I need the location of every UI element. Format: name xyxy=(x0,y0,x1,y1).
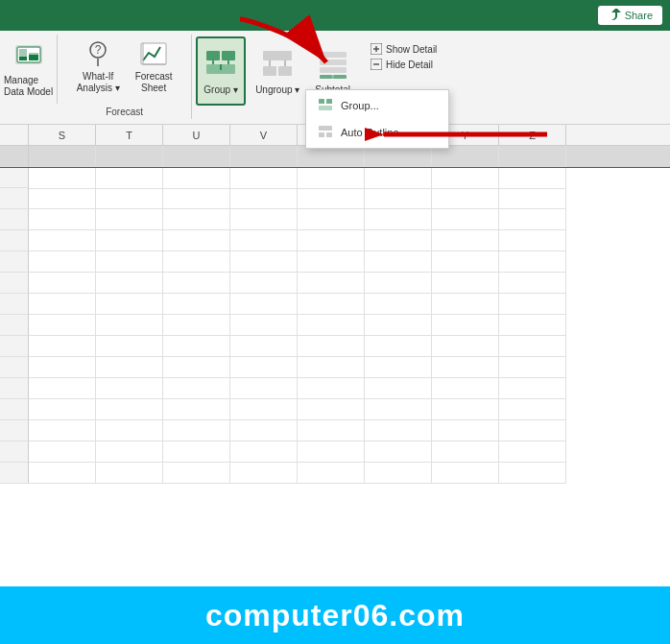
table-row xyxy=(0,294,670,315)
dropdown-auto-outline-label: Auto Outline xyxy=(341,127,399,138)
svg-rect-4 xyxy=(19,57,27,60)
cell[interactable] xyxy=(365,146,432,167)
row-number xyxy=(0,336,29,357)
cell[interactable] xyxy=(298,146,365,167)
manage-data-label: Manage Data Model xyxy=(4,74,53,97)
svg-rect-16 xyxy=(263,66,276,76)
col-header-u: U xyxy=(163,125,230,145)
forecast-group-label: Forecast xyxy=(58,107,191,117)
cell[interactable] xyxy=(230,146,298,167)
share-button[interactable]: Share xyxy=(598,6,662,25)
table-row xyxy=(0,188,670,209)
detail-buttons: Show Detail Hide Detail xyxy=(362,38,445,75)
group-icon xyxy=(203,48,238,83)
row-number xyxy=(0,463,29,484)
cell[interactable] xyxy=(499,146,566,167)
watermark-text: computer06.com xyxy=(205,598,465,633)
svg-rect-28 xyxy=(319,99,324,104)
row-number xyxy=(0,146,29,167)
col-header-s: S xyxy=(29,125,96,145)
hide-detail-button[interactable]: Hide Detail xyxy=(368,58,440,71)
ribbon: Share Manage Data Model xyxy=(0,0,670,125)
ribbon-top-bar: Share xyxy=(0,0,670,31)
hide-detail-icon xyxy=(371,59,382,70)
svg-rect-13 xyxy=(222,51,235,60)
table-row xyxy=(0,146,670,167)
manage-data-model-button[interactable]: Manage Data Model xyxy=(0,35,58,104)
svg-rect-18 xyxy=(320,52,347,58)
share-icon xyxy=(608,9,621,22)
svg-rect-9 xyxy=(141,43,166,64)
dropdown-group-item[interactable]: Group... xyxy=(306,92,448,119)
table-row xyxy=(0,273,670,294)
cell[interactable] xyxy=(230,168,298,189)
svg-rect-5 xyxy=(29,55,38,60)
auto-outline-icon xyxy=(318,125,333,140)
table-row xyxy=(0,230,670,251)
dropdown-group-label: Group... xyxy=(341,100,379,111)
what-if-label: What-If Analysis ▾ xyxy=(77,71,120,94)
group-dropdown-menu: Group... Auto Outline xyxy=(305,89,449,149)
forecast-icon xyxy=(138,38,169,69)
cell[interactable] xyxy=(96,146,163,167)
show-detail-button[interactable]: Show Detail xyxy=(368,42,440,56)
ungroup-button[interactable]: Ungroup ▾ xyxy=(250,36,305,106)
svg-rect-33 xyxy=(326,132,332,137)
ungroup-label: Ungroup ▾ xyxy=(255,84,299,95)
dropdown-auto-outline-item[interactable]: Auto Outline xyxy=(306,119,448,146)
table-row xyxy=(0,463,670,484)
what-if-analysis-button[interactable]: ? What-If Analysis ▾ xyxy=(71,36,126,96)
svg-rect-17 xyxy=(278,66,292,76)
cell[interactable] xyxy=(163,168,230,189)
ungroup-icon xyxy=(260,48,295,83)
cell[interactable] xyxy=(29,168,96,189)
row-number xyxy=(0,168,29,188)
row-number xyxy=(0,294,29,315)
row-number xyxy=(0,251,29,273)
row-number xyxy=(0,273,29,294)
svg-rect-15 xyxy=(263,51,292,60)
table-row xyxy=(0,420,670,441)
svg-rect-30 xyxy=(319,106,332,110)
row-number xyxy=(0,441,29,463)
table-row xyxy=(0,209,670,230)
cell[interactable] xyxy=(163,146,230,167)
group-label: Group ▾ xyxy=(203,84,238,95)
cell[interactable] xyxy=(432,168,499,189)
svg-text:?: ? xyxy=(95,43,102,57)
table-row xyxy=(0,399,670,420)
spreadsheet-body xyxy=(0,146,670,484)
table-row xyxy=(0,167,670,188)
table-row xyxy=(0,378,670,399)
row-number xyxy=(0,399,29,420)
cell[interactable] xyxy=(96,168,163,189)
spreadsheet: S T U V W X Y Z xyxy=(0,125,670,586)
what-if-icon: ? xyxy=(83,38,113,69)
share-label: Share xyxy=(625,10,653,21)
row-number xyxy=(0,188,29,209)
row-number xyxy=(0,378,29,399)
cell[interactable] xyxy=(432,146,499,167)
hide-detail-label: Hide Detail xyxy=(386,60,433,70)
show-detail-icon xyxy=(371,43,382,55)
svg-rect-32 xyxy=(319,132,324,137)
manage-icon xyxy=(13,41,44,74)
table-row xyxy=(0,336,670,357)
row-number xyxy=(0,315,29,336)
svg-rect-20 xyxy=(320,67,347,73)
show-detail-label: Show Detail xyxy=(386,44,437,55)
cell[interactable] xyxy=(365,168,432,189)
cell[interactable] xyxy=(499,168,566,189)
col-header-v: V xyxy=(230,125,298,145)
row-number xyxy=(0,420,29,441)
cell[interactable] xyxy=(298,168,365,189)
forecast-group: ? What-If Analysis ▾ xyxy=(58,35,192,119)
row-number xyxy=(0,209,29,230)
subtotal-icon: ∑ xyxy=(316,48,350,83)
table-row xyxy=(0,251,670,273)
svg-text:∑: ∑ xyxy=(331,74,335,80)
forecast-sheet-button[interactable]: Forecast Sheet xyxy=(130,36,179,96)
table-row xyxy=(0,357,670,378)
cell[interactable] xyxy=(29,146,96,167)
group-button[interactable]: Group ▾ xyxy=(196,36,246,106)
